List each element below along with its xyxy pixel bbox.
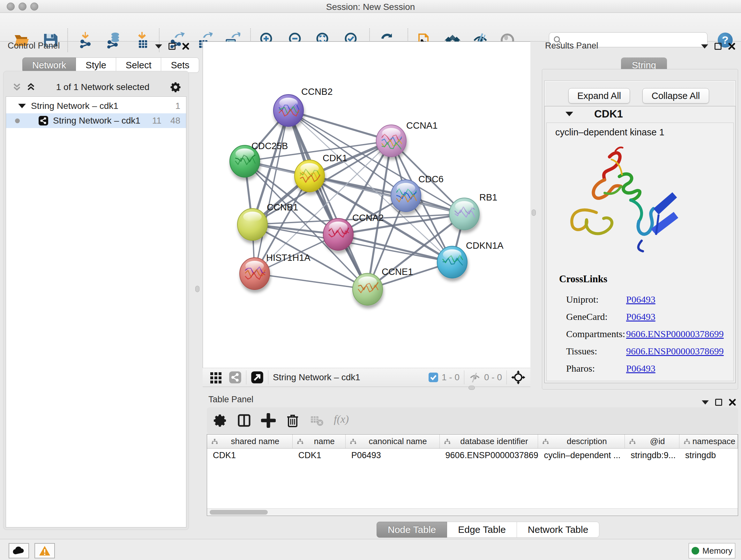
selected-checkbox-icon[interactable] — [428, 372, 439, 382]
network-node-CCNE1[interactable] — [353, 273, 383, 305]
network-graph[interactable]: CCNB2CCNA1CDC25BCDK1CDC6RB1CCNB1CCNA2CDK… — [203, 42, 531, 368]
scrollbar-thumb[interactable] — [210, 510, 268, 515]
collapse-all-icon[interactable] — [12, 83, 22, 91]
expand-all-button[interactable]: Expand All — [568, 88, 630, 104]
column-header-database-identifier[interactable]: database identifier — [440, 435, 538, 448]
close-panel-icon[interactable] — [728, 43, 736, 50]
network-canvas[interactable]: CCNB2CCNA1CDC25BCDK1CDC6RB1CCNB1CCNA2CDK… — [203, 42, 530, 368]
cloud-status-button[interactable] — [9, 543, 29, 558]
status-bar: Memory — [0, 539, 741, 560]
results-panel-title: Results Panel — [545, 41, 598, 51]
column-tree-icon — [683, 438, 690, 445]
table-horizontal-scrollbar[interactable] — [207, 508, 738, 516]
table-cell[interactable]: CDK1 — [207, 450, 293, 460]
collapse-panel-icon[interactable] — [702, 400, 709, 405]
crosslink-label: Compartments: — [566, 328, 626, 339]
warning-status-button[interactable] — [35, 543, 55, 558]
bottom-splitter-handle[interactable] — [468, 386, 475, 390]
tab-select[interactable]: Select — [116, 57, 161, 73]
right-splitter-handle[interactable] — [532, 209, 536, 216]
delete-column-trash-icon[interactable] — [284, 412, 301, 429]
tab-style[interactable]: Style — [76, 57, 116, 73]
protein-structure-image — [560, 144, 685, 262]
tree-expander-icon[interactable] — [18, 104, 26, 108]
table-cell[interactable]: stringdb — [679, 450, 738, 460]
float-panel-icon[interactable] — [715, 43, 722, 50]
table-cell[interactable]: cyclin–dependent ... — [538, 450, 625, 460]
network-node-CDKN1A[interactable] — [437, 246, 467, 278]
network-node-CCNB1[interactable] — [238, 208, 267, 240]
left-splitter-handle[interactable] — [195, 286, 199, 292]
table-cell[interactable]: CDK1 — [293, 450, 346, 460]
cloud-icon — [12, 546, 25, 556]
node-label-CDKN1A: CDKN1A — [466, 240, 503, 251]
open-in-window-icon[interactable] — [251, 371, 264, 384]
close-panel-icon[interactable] — [182, 43, 190, 50]
network-node-HIST1H1A[interactable] — [240, 258, 270, 290]
network-node-CCNB2[interactable] — [273, 95, 304, 126]
network-row-selected[interactable]: String Network – cdk1 11 48 — [6, 113, 186, 128]
table-row[interactable]: CDK1CDK1P064939606.ENSP00000378699cyclin… — [207, 449, 738, 462]
show-columns-icon[interactable] — [235, 412, 253, 429]
network-node-CCNA1[interactable] — [376, 125, 406, 157]
network-node-CDK1[interactable] — [294, 160, 325, 192]
collapse-panel-icon[interactable] — [701, 44, 708, 49]
crosslink-link[interactable]: P06493 — [626, 294, 656, 305]
import-network-file-icon[interactable] — [77, 31, 95, 50]
network-node-CCNA2[interactable] — [323, 219, 353, 250]
fit-selected-crosshair-icon[interactable] — [511, 370, 525, 384]
table-panel-chrome — [702, 398, 736, 406]
toolbar-separator — [507, 370, 507, 384]
float-panel-icon[interactable] — [715, 399, 722, 406]
node-table[interactable]: shared namenamecanonical namedatabase id… — [207, 434, 738, 516]
add-column-icon[interactable] — [260, 412, 277, 429]
toolbar-separator — [67, 28, 68, 52]
network-selection-status: 1 of 1 Network selected — [36, 82, 170, 92]
crosslink-link[interactable]: 9606.ENSP00000378699 — [626, 346, 724, 357]
edge-count-badge: 48 — [171, 116, 180, 126]
control-panel-tabs: NetworkStyleSelectSets — [22, 57, 199, 73]
column-header-namespace[interactable]: namespace — [679, 435, 738, 448]
column-header-shared-name[interactable]: shared name — [207, 435, 293, 448]
gene-section-header[interactable]: CDK1 — [544, 106, 736, 122]
expand-all-icon[interactable] — [26, 83, 36, 91]
crosslink-row: Tissues:9606.ENSP00000378699 — [566, 343, 732, 360]
network-node-CDC6[interactable] — [391, 180, 421, 212]
toolbar-separator — [464, 370, 464, 384]
float-panel-icon[interactable] — [169, 43, 176, 50]
network-collection-row[interactable]: String Network – cdk1 1 — [6, 99, 186, 113]
column-header-description[interactable]: description — [538, 435, 625, 448]
tab-sets[interactable]: Sets — [161, 57, 199, 73]
crosslink-link[interactable]: 9606.ENSP00000378699 — [626, 328, 724, 339]
table-tab-network-table[interactable]: Network Table — [517, 522, 600, 538]
crosslink-link[interactable]: P06493 — [626, 311, 656, 322]
import-network-database-icon[interactable] — [105, 31, 123, 50]
table-cell[interactable]: stringdb:9... — [625, 450, 679, 460]
crosslinks-heading: CrossLinks — [559, 273, 607, 285]
collapse-panel-icon[interactable] — [155, 44, 162, 49]
birds-eye-grid-icon[interactable] — [210, 371, 222, 384]
import-table-icon[interactable] — [133, 31, 152, 50]
crosslink-link[interactable]: P06493 — [626, 363, 656, 374]
section-expander-icon[interactable] — [565, 112, 573, 116]
table-panel-title: Table Panel — [208, 395, 253, 405]
close-panel-icon[interactable] — [729, 398, 736, 406]
options-gear-icon[interactable] — [170, 81, 181, 93]
column-header-canonical-name[interactable]: canonical name — [346, 435, 440, 448]
collapse-all-button[interactable]: Collapse All — [643, 88, 709, 104]
table-options-gear-icon[interactable] — [211, 412, 228, 429]
share-view-icon[interactable] — [229, 371, 242, 384]
table-cell[interactable]: P06493 — [346, 450, 440, 460]
crosslink-row: Uniprot:P06493 — [566, 291, 732, 308]
tab-network[interactable]: Network — [22, 57, 76, 73]
column-header-name[interactable]: name — [293, 435, 346, 448]
network-node-RB1[interactable] — [449, 198, 479, 230]
node-label-CDK1: CDK1 — [323, 153, 347, 163]
toolbar-separator — [268, 370, 268, 384]
table-tab-edge-table[interactable]: Edge Table — [447, 522, 517, 538]
memory-button[interactable]: Memory — [689, 543, 735, 558]
title-bar: Session: New Session — [0, 0, 741, 13]
table-cell[interactable]: 9606.ENSP00000378699 — [440, 450, 538, 460]
table-tab-node-table[interactable]: Node Table — [377, 522, 447, 538]
column-header--id[interactable]: @id — [625, 435, 679, 448]
